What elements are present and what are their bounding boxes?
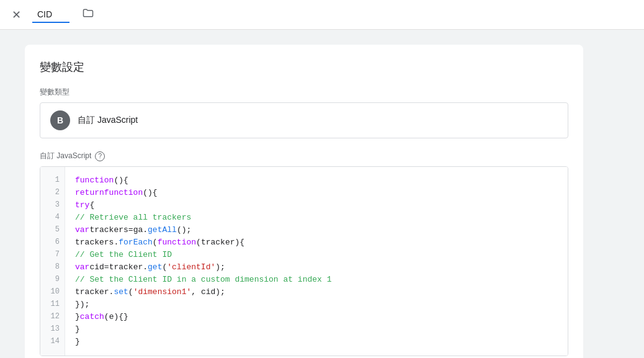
line-number: 1 (45, 174, 60, 187)
code-line: } (75, 336, 558, 348)
code-content: 1234567891011121314 function () { return… (40, 167, 568, 356)
line-number: 2 (45, 187, 60, 199)
code-line: }); (75, 298, 558, 311)
code-line: } (75, 323, 558, 336)
card-title: 變數設定 (40, 60, 568, 74)
code-line: // Get the Client ID (75, 249, 558, 261)
code-line: var trackers = ga.getAll(); (75, 224, 558, 236)
code-line: trackers.forEach(function(tracker) { (75, 236, 558, 249)
line-number: 3 (45, 199, 60, 212)
line-number: 8 (45, 261, 60, 274)
line-number: 7 (45, 249, 60, 261)
line-number: 11 (45, 298, 60, 311)
line-number: 12 (45, 311, 60, 323)
code-line: function () { (75, 174, 558, 187)
code-line: tracker.set('dimension1', cid); (75, 286, 558, 298)
settings-card: 變數設定 變數類型 B 自訂 JavaScript 自訂 JavaScript … (25, 45, 583, 358)
variable-type-label: 變數類型 (40, 87, 568, 97)
line-number: 4 (45, 212, 60, 224)
close-button[interactable]: ✕ (7, 6, 25, 24)
code-lines: function () { return function () { try {… (65, 167, 568, 356)
type-icon: B (50, 110, 70, 130)
code-label-text: 自訂 JavaScript (40, 151, 91, 161)
line-numbers: 1234567891011121314 (40, 167, 65, 356)
code-line: // Set the Client ID in a custom dimensi… (75, 274, 558, 286)
type-name: 自訂 JavaScript (78, 115, 138, 126)
code-line: // Retrieve all trackers (75, 212, 558, 224)
code-line: } catch (e) {} (75, 311, 558, 323)
code-line: var cid = tracker.get('clientId'); (75, 261, 558, 274)
line-number: 13 (45, 323, 60, 336)
tab-title[interactable]: CID (32, 7, 69, 23)
line-number: 5 (45, 224, 60, 236)
code-line: try { (75, 199, 558, 212)
folder-icon[interactable] (82, 7, 94, 22)
line-number: 14 (45, 336, 60, 348)
line-number: 6 (45, 236, 60, 249)
code-section-label: 自訂 JavaScript ? (40, 151, 568, 161)
code-line: return function () { (75, 187, 558, 199)
line-number: 9 (45, 274, 60, 286)
main-content: 變數設定 變數類型 B 自訂 JavaScript 自訂 JavaScript … (0, 30, 644, 358)
top-bar: ✕ CID (0, 0, 644, 30)
type-selector[interactable]: B 自訂 JavaScript (40, 102, 568, 138)
code-editor[interactable]: 1234567891011121314 function () { return… (40, 166, 568, 356)
line-number: 10 (45, 286, 60, 298)
help-icon[interactable]: ? (95, 151, 105, 161)
